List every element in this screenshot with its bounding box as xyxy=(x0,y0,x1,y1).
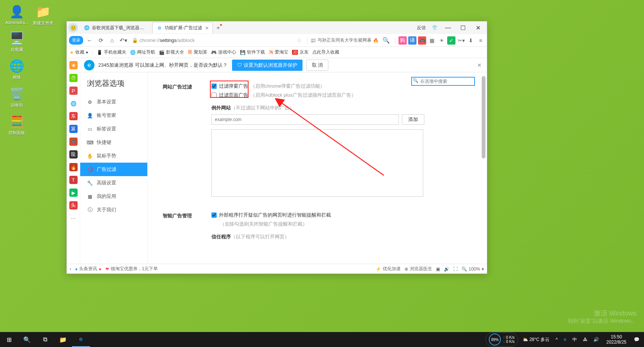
maximize-button[interactable]: ☐ xyxy=(455,22,470,33)
weather-tray[interactable]: ⛅ 28°C 多云 xyxy=(521,337,551,343)
bookmark-jd[interactable]: JD京东 xyxy=(292,49,309,55)
bookmark-games[interactable]: 🎮游戏中心 xyxy=(211,49,236,55)
shopping-icon[interactable]: 购 xyxy=(398,36,407,45)
tray-chevron-icon[interactable]: ^ xyxy=(554,337,559,342)
download-icon[interactable]: ⬇ xyxy=(467,36,475,45)
sidebar-item-gestures[interactable]: ✋鼠标手势 xyxy=(80,149,147,163)
undo-button[interactable]: ↶▾ xyxy=(118,36,128,45)
sun-icon[interactable]: ☀ xyxy=(437,36,446,45)
rail-clock-icon[interactable]: ⏱ xyxy=(69,74,78,82)
tray-edge-icon[interactable]: e xyxy=(562,337,568,342)
bookmark-mobile[interactable]: 📱手机收藏夹 xyxy=(97,49,126,55)
start-button[interactable]: ⊞ xyxy=(0,332,18,347)
rail-dongfang-icon[interactable]: 东 xyxy=(69,112,78,120)
rail-t-icon[interactable]: T xyxy=(69,176,78,184)
news-feed-link[interactable]: ●头条资讯● xyxy=(75,266,102,272)
sidebar-item-basic[interactable]: ⚙基本设置 xyxy=(80,95,147,109)
sidebar-item-about[interactable]: ⓘ关于我们 xyxy=(80,203,147,217)
net-monitor[interactable]: 89% ↑ 0 K/s ↓ 0 K/s xyxy=(485,332,518,347)
menu-icon[interactable]: ≡ xyxy=(476,36,485,45)
exception-url-input[interactable] xyxy=(211,114,399,125)
sidebar-item-tabs[interactable]: ▭标签设置 xyxy=(80,122,147,136)
add-button[interactable]: 添加 xyxy=(402,114,424,125)
tray-volume-icon[interactable]: 🔊 xyxy=(592,337,601,342)
skin-icon[interactable]: 👕 xyxy=(429,25,440,30)
rail-pdf-icon[interactable]: P xyxy=(69,87,78,95)
close-icon[interactable]: ✕ xyxy=(205,25,209,31)
exception-list-box[interactable] xyxy=(211,129,423,197)
new-tab-button[interactable]: ＋ xyxy=(214,23,223,32)
set-default-button[interactable]: 🛡设置为默认浏览器并保护 xyxy=(232,60,303,71)
doctor-link[interactable]: ⊕浏览器医生 xyxy=(404,266,432,272)
minimize-button[interactable]: — xyxy=(440,22,455,33)
capture-icon[interactable]: ▣ xyxy=(436,266,440,272)
tray-network-icon[interactable]: 🖧 xyxy=(581,337,589,342)
cancel-button[interactable]: 取 消 xyxy=(306,60,329,71)
reload-button[interactable]: ⟳ xyxy=(96,36,106,45)
translate-icon[interactable]: 译 xyxy=(408,36,416,45)
checkbox-popup-filter[interactable]: 过滤弹窗广告 （启用chrome弹窗广告过滤功能） xyxy=(211,83,472,90)
scissors-icon[interactable]: ✂▾ xyxy=(457,36,465,45)
profile-avatar[interactable]: 🙂 xyxy=(68,23,78,33)
back-button[interactable]: ← xyxy=(85,36,94,45)
rail-dragon-icon[interactable]: 龍 xyxy=(69,150,78,159)
rail-fire-icon[interactable]: 🔥 xyxy=(69,163,78,171)
checkbox-input[interactable] xyxy=(211,84,217,89)
rail-chrome-icon[interactable]: 🌐 xyxy=(69,99,78,108)
scrollbar-thumb[interactable] xyxy=(482,76,485,159)
favorites-menu[interactable]: ★收藏 ▾ xyxy=(70,49,88,55)
rail-calc-icon[interactable]: 算 xyxy=(69,125,78,133)
taskbar-clock[interactable]: 15:50 2022/8/25 xyxy=(604,334,629,345)
browser-taskbar-button[interactable]: e xyxy=(72,332,90,347)
close-icon[interactable]: ✕ xyxy=(477,62,482,68)
tab-google-download[interactable]: 🌐 谷歌浏览器下载_浏览器官网入 xyxy=(80,22,151,33)
close-button[interactable]: ✕ xyxy=(470,22,485,33)
rail-collapse-button[interactable]: ‹ xyxy=(70,266,71,272)
home-button[interactable]: ⌂ xyxy=(107,36,117,45)
desktop-icon-this-pc[interactable]: 🖥️此电脑 xyxy=(4,30,30,52)
hot-search[interactable]: 📰 与孙正良同名大学生被网暴 🔥 xyxy=(310,37,379,43)
desktop-icon-network[interactable]: 🌐网络 xyxy=(4,58,30,80)
sound-icon[interactable]: 🔊 xyxy=(444,266,449,272)
task-view-button[interactable]: ⧉ xyxy=(36,332,54,347)
sidebar-item-account[interactable]: 👤账号管家 xyxy=(80,109,147,122)
sidebar-item-advanced[interactable]: 🔧高级设置 xyxy=(80,176,147,190)
feedback-link[interactable]: 反馈 xyxy=(414,25,429,31)
coupon-link[interactable]: ❤领淘宝优惠券，1元下单 xyxy=(105,266,158,272)
apps-icon[interactable]: ▦ xyxy=(428,36,436,45)
bookmark-nav[interactable]: 🌐网址导航 xyxy=(130,49,155,55)
tray-ime-icon[interactable]: 中 xyxy=(571,337,578,343)
bookmark-video[interactable]: 🎬影视大全 xyxy=(159,49,184,55)
bookmark-software[interactable]: 💾软件下载 xyxy=(240,49,265,55)
rail-game-icon[interactable]: 🎮 xyxy=(69,138,78,146)
rail-toutiao-icon[interactable]: 头 xyxy=(69,201,78,209)
rail-iqiyi-icon[interactable]: ▶ xyxy=(69,188,78,197)
star-icon[interactable]: ☆ xyxy=(294,37,304,44)
game-icon[interactable]: 🎮 xyxy=(418,36,426,45)
search-button[interactable]: 🔍 xyxy=(18,332,36,347)
sidebar-item-adblock[interactable]: 🚫广告过滤 xyxy=(80,163,147,176)
address-bar[interactable]: 🔒 chrome://settings/adblock xyxy=(132,37,195,43)
checkbox-page-filter[interactable]: 过滤页面广告 （启用Adblock plus广告过滤插件过滤页面广告） xyxy=(211,92,472,99)
bookmark-import[interactable]: 点此导入收藏 xyxy=(312,49,339,55)
tab-adblock-settings[interactable]: ⚙ 功能扩展-广告过滤 ✕ xyxy=(152,22,213,33)
rail-more-icon[interactable]: ⋯ xyxy=(69,214,78,222)
scrollbar[interactable] xyxy=(482,72,486,264)
bookmark-deals[interactable]: 聚聚划算 xyxy=(188,49,207,55)
login-button[interactable]: 登录 xyxy=(69,36,83,45)
action-center-icon[interactable]: 💬 xyxy=(632,337,641,342)
checkbox-smart-block[interactable]: 外部程序打开疑似广告的网页时进行智能提醒和拦截 xyxy=(211,212,472,218)
fullscreen-icon[interactable]: ⛶ xyxy=(453,266,458,272)
sidebar-item-apps[interactable]: ▦我的应用 xyxy=(80,190,147,203)
desktop-icon-control-panel[interactable]: 🧮控制面板 xyxy=(4,114,30,136)
search-icon[interactable]: 🔍 xyxy=(380,37,392,44)
zoom-control[interactable]: 🔍 100% ▾ xyxy=(461,266,484,272)
desktop-icon-administrator[interactable]: 👤Administra... xyxy=(4,4,30,25)
desktop-icon-recycle-bin[interactable]: 🗑️回收站 xyxy=(4,86,30,108)
green-icon[interactable]: ✓ xyxy=(447,36,455,45)
rail-star-icon[interactable]: ★ xyxy=(69,61,78,69)
file-explorer-button[interactable]: 📁 xyxy=(54,332,72,347)
optimize-link[interactable]: ⚡优化加速 xyxy=(376,266,401,272)
sidebar-item-shortcuts[interactable]: ⌨快捷键 xyxy=(80,136,147,149)
checkbox-input[interactable] xyxy=(211,93,217,98)
